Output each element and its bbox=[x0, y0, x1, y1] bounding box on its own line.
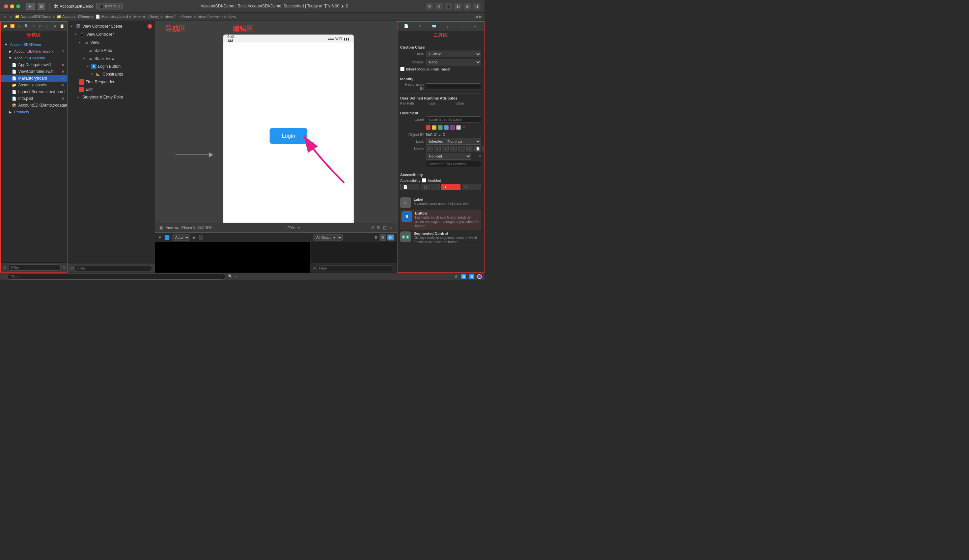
navigator-filter-input[interactable] bbox=[8, 264, 61, 271]
outline-loginbutton[interactable]: ▼ B Login Button bbox=[67, 63, 155, 70]
statusbar-layout-2-icon[interactable]: ⊞ bbox=[469, 274, 475, 279]
nav-item-mainstoryboard[interactable]: 📄 导航区 Main.storyboard — bbox=[1, 75, 67, 81]
outline-entrypoint[interactable]: ▼ → Storyboard Entry Point bbox=[67, 93, 155, 101]
fullscreen-button[interactable] bbox=[16, 4, 20, 8]
nav-share-icon[interactable]: ⎙ bbox=[63, 265, 65, 270]
stop-button[interactable] bbox=[38, 3, 45, 10]
nav-item-datamodel[interactable]: 📦 AccountSDKDemo.xcdatamodeld A bbox=[1, 102, 67, 109]
module-select[interactable]: None bbox=[426, 59, 481, 65]
nav-add-icon[interactable]: + bbox=[3, 265, 6, 270]
nav-tool-folder[interactable]: 📁 bbox=[3, 23, 8, 30]
swatch-gray[interactable] bbox=[456, 125, 461, 130]
comment-input[interactable] bbox=[426, 161, 481, 167]
debug-console-icon[interactable]: ⊞ bbox=[387, 234, 394, 241]
doc-label-input[interactable] bbox=[426, 116, 481, 123]
nav-tool-symbol[interactable]: { } bbox=[17, 23, 23, 30]
breadcrumb-prev-icon[interactable]: ◀ bbox=[475, 15, 478, 19]
accessibility-code-btn[interactable]: { } bbox=[421, 184, 440, 190]
font-select[interactable]: No Font bbox=[426, 153, 471, 160]
close-button[interactable] bbox=[4, 4, 8, 8]
inspector-connections-icon[interactable]: → bbox=[471, 23, 479, 30]
grid-icon[interactable]: ⊞ bbox=[426, 3, 433, 10]
nav-tool-tests[interactable]: ▷ bbox=[38, 23, 43, 30]
align-justify-icon[interactable]: ≡ bbox=[450, 146, 457, 151]
inspector-file-icon[interactable]: 📄 bbox=[403, 23, 410, 30]
swatch-orange[interactable] bbox=[432, 125, 436, 130]
nav-item-group[interactable]: ▼ AccountSDKDemo bbox=[1, 55, 67, 61]
minimize-button[interactable] bbox=[10, 4, 14, 8]
device-selector[interactable]: 📱 iPhone 8 bbox=[96, 3, 123, 10]
outline-safearea[interactable]: ▼ ▭ Safe Area bbox=[67, 47, 155, 55]
inspector-help-icon[interactable]: ? bbox=[416, 23, 424, 30]
breadcrumb-item-0[interactable]: 📁 AccountSDKDemo bbox=[15, 15, 51, 19]
notes-rect-icon[interactable]: ▭ bbox=[466, 146, 473, 151]
share-icon[interactable]: ⎘ bbox=[435, 3, 443, 10]
breadcrumb-item-3[interactable]: Main.st...(Base) bbox=[133, 15, 159, 19]
accessibility-file-btn[interactable]: 📄 bbox=[400, 184, 420, 190]
nav-item-infoplist[interactable]: 📄 Info.plist A bbox=[1, 95, 67, 102]
notes-more-icon[interactable]: … bbox=[483, 146, 484, 151]
inspector-attributes-icon[interactable]: ↓ bbox=[444, 23, 451, 30]
close-swatch[interactable]: ✕ bbox=[462, 125, 465, 130]
statusbar-layout-1-icon[interactable]: ⊟ bbox=[461, 274, 466, 279]
accessibility-enabled-checkbox[interactable] bbox=[422, 178, 426, 183]
class-select[interactable]: UIView bbox=[426, 51, 481, 57]
panel-right-icon[interactable]: ◨ bbox=[473, 3, 480, 10]
breadcrumb-back[interactable]: < bbox=[3, 15, 7, 19]
statusbar-filter[interactable] bbox=[7, 274, 225, 280]
breadcrumb-item-1[interactable]: 📁 Accoun...KDemo bbox=[57, 15, 90, 19]
align-right-icon[interactable]: ≡ bbox=[442, 146, 449, 151]
debug-run-icon[interactable]: ▶ bbox=[193, 235, 196, 240]
align-center-icon[interactable]: ≡ bbox=[434, 146, 441, 151]
canvas-refresh-icon[interactable]: ↺ bbox=[371, 225, 374, 230]
outline-vc[interactable]: ▼ 📱 View Controller bbox=[67, 30, 155, 38]
statusbar-add-icon[interactable]: + bbox=[3, 274, 5, 279]
align-left-icon[interactable]: ≡ bbox=[426, 146, 433, 151]
restoration-id-input[interactable] bbox=[426, 83, 481, 90]
statusbar-trash-icon[interactable]: 🗑 bbox=[455, 274, 458, 279]
login-button[interactable]: Login bbox=[270, 128, 307, 144]
outline-close-button[interactable]: ✕ bbox=[147, 24, 152, 29]
nav-item-assets[interactable]: 📁 Assets.xcassets M bbox=[1, 81, 67, 88]
canvas-grid-icon[interactable]: ⊞ bbox=[377, 225, 380, 230]
nav-item-root[interactable]: ▼ AccountSDKDemo bbox=[1, 41, 67, 48]
nav-tool-source-control[interactable]: 🔀 bbox=[10, 23, 15, 30]
panel-center-icon[interactable]: ▣ bbox=[464, 3, 471, 10]
breadcrumb-item-5[interactable]: View Controller bbox=[198, 15, 223, 19]
debug-split-icon[interactable]: ⊟ bbox=[380, 234, 386, 241]
run-button[interactable]: ▶ bbox=[26, 3, 35, 10]
inspector-identity-icon[interactable]: 🪪 bbox=[430, 23, 438, 30]
device-icon[interactable]: 📱 bbox=[445, 3, 452, 10]
nav-item-appdelegate[interactable]: 📄 AppDelegate.swift A bbox=[1, 61, 67, 68]
nav-item-launchscreen[interactable]: 📄 LaunchScreen.storyboard bbox=[1, 88, 67, 95]
panel-left-icon[interactable]: ◧ bbox=[454, 3, 461, 10]
outline-firstresponder[interactable]: ▼ First Responder bbox=[67, 78, 155, 86]
nav-item-viewcontroller[interactable]: 📄 ViewController.swift A bbox=[1, 68, 67, 75]
swatch-green[interactable] bbox=[438, 125, 443, 130]
debug-trash-icon[interactable]: 🗑 bbox=[374, 235, 378, 240]
lock-select[interactable]: Inherited - (Nothing) bbox=[426, 138, 481, 145]
nav-tool-find[interactable]: 🔍 bbox=[24, 23, 30, 30]
breadcrumb-item-6[interactable]: View bbox=[228, 15, 236, 19]
zoom-out-button[interactable]: - bbox=[283, 225, 285, 230]
font-t-icon[interactable]: T bbox=[475, 154, 477, 158]
notes-page-icon[interactable]: 📄 bbox=[475, 146, 481, 151]
breadcrumb-next-icon[interactable]: ▶ bbox=[479, 15, 482, 19]
align-dash-icon[interactable]: — bbox=[458, 146, 465, 151]
outline-exit[interactable]: ▼ Exit bbox=[67, 86, 155, 93]
zoom-in-button[interactable]: + bbox=[298, 225, 300, 230]
inherit-module-checkbox[interactable] bbox=[400, 67, 405, 71]
outline-vc-scene[interactable]: ▼ 🎬 View Controller Scene ✕ bbox=[67, 22, 155, 30]
breadcrumb-item-4[interactable]: View C...r Scene bbox=[165, 15, 192, 19]
canvas-panel-toggle[interactable]: ▣ bbox=[159, 225, 163, 230]
statusbar-search-icon[interactable]: 🔍 bbox=[228, 274, 233, 279]
nav-item-framework[interactable]: ▶ AccountSDK.framework ? bbox=[1, 48, 67, 55]
outline-constraints[interactable]: ▼ 📐 Constraints bbox=[67, 70, 155, 78]
accessibility-layout-btn[interactable]: ▭ bbox=[462, 184, 481, 190]
breadcrumb-forward[interactable]: > bbox=[9, 15, 13, 19]
accessibility-circle-btn[interactable]: ● bbox=[441, 184, 461, 190]
canvas-fit-icon[interactable]: ⤢ bbox=[390, 225, 393, 230]
canvas-layout-icon[interactable]: ◫ bbox=[383, 225, 387, 230]
statusbar-sort-icon[interactable]: ↕ bbox=[235, 274, 238, 279]
doc-outline-filter[interactable] bbox=[74, 265, 152, 271]
